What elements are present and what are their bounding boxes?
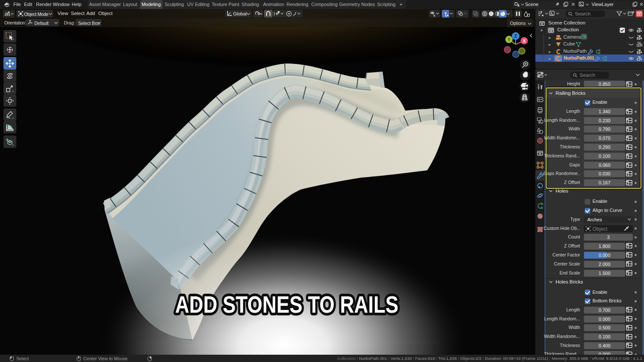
svg-text:Z: Z	[514, 34, 517, 39]
svg-text:X: X	[523, 39, 526, 43]
svg-text:Y: Y	[507, 37, 510, 42]
svg-text:ADD STONES TO RAILS: ADD STONES TO RAILS	[175, 291, 398, 318]
